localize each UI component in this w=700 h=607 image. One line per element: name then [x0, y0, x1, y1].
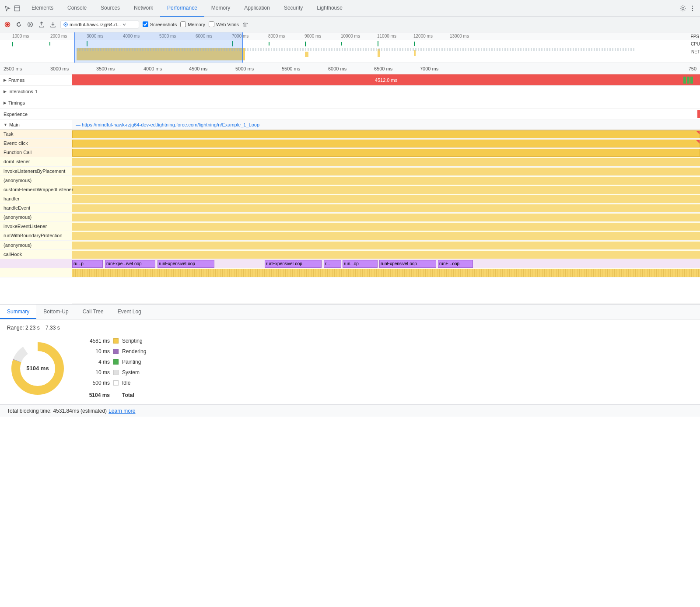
tick-8000: 8000 ms: [268, 34, 285, 39]
expensive-loop-label: [0, 259, 72, 268]
tab-summary[interactable]: Summary: [0, 305, 36, 319]
system-ms: 10 ms: [86, 369, 110, 375]
run-boundary-label: runWithBoundaryProtection: [0, 231, 72, 240]
clear-button[interactable]: [26, 21, 34, 28]
tab-memory[interactable]: Memory: [204, 0, 237, 17]
memory-checkbox[interactable]: Memory: [180, 21, 205, 27]
interactions-chevron[interactable]: ▶: [4, 89, 7, 94]
url-dropdown[interactable]: mindful-hawk-rzjg64-d...: [60, 21, 139, 28]
nav-settings: [676, 4, 700, 12]
total-label: Total: [122, 392, 134, 398]
handler-content: [72, 194, 700, 203]
donut-center-text: 5104 ms: [26, 365, 49, 372]
handler-row: handler: [0, 194, 700, 204]
record-stop-button[interactable]: [4, 21, 11, 28]
invoke-listeners-label: invokeListenersByPlacement: [0, 167, 72, 175]
tick-3500: 3500 ms: [96, 66, 115, 71]
frames-ms: 4512.0 ms: [72, 77, 700, 83]
total-ms: 5104 ms: [86, 392, 110, 398]
legend-rendering: 10 ms Rendering: [86, 348, 146, 354]
svg-point-4: [692, 7, 693, 8]
main-url-text: — https://mindful-hawk-rzjg64-dev-ed.lig…: [76, 122, 259, 127]
tab-event-log[interactable]: Event Log: [111, 305, 148, 319]
rendering-color: [113, 349, 119, 354]
inspect-icon[interactable]: [13, 4, 21, 12]
webvitals-checkbox[interactable]: Web Vitals: [209, 21, 239, 27]
timeline-overview[interactable]: 1000 ms 2000 ms 3000 ms 4000 ms 5000 ms …: [0, 32, 700, 63]
purple-bar-8: runE...oop: [438, 260, 473, 268]
interactions-label[interactable]: ▶ Interactions 1: [0, 86, 72, 97]
more-icon[interactable]: [689, 4, 696, 12]
tab-performance[interactable]: Performance: [160, 0, 204, 17]
timeline-main: 2500 ms 3000 ms 3500 ms 4000 ms 4500 ms …: [0, 63, 700, 304]
purple-bar-1: ru...p: [72, 260, 103, 268]
invoke-event-bar: [72, 223, 700, 231]
tab-network[interactable]: Network: [127, 0, 160, 17]
invoke-bar: [72, 168, 700, 175]
main-chevron[interactable]: ▼: [4, 123, 7, 127]
idle-ms: 500 ms: [86, 380, 110, 386]
reload-record-button[interactable]: [15, 21, 23, 28]
selection-overlay[interactable]: [74, 32, 243, 63]
tab-application[interactable]: Application: [237, 0, 277, 17]
svg-point-5: [692, 10, 693, 11]
svg-point-3: [692, 5, 693, 6]
handle-event-label: handleEvent: [0, 204, 72, 212]
task-label: Task: [0, 130, 72, 138]
tab-security[interactable]: Security: [277, 0, 310, 17]
tick-6000: 6000 ms: [328, 66, 346, 71]
custom-bar: [72, 186, 700, 194]
experience-track: Experience: [0, 109, 700, 120]
invoke-content: [72, 167, 700, 175]
system-color: [113, 370, 119, 375]
settings-icon[interactable]: [679, 4, 687, 12]
timings-chevron[interactable]: ▶: [4, 101, 7, 105]
frames-content: 4512.0 ms: [72, 74, 700, 85]
idle-label: Idle: [122, 380, 130, 386]
anon1-label: (anonymous): [0, 176, 72, 185]
dom-listener-label: domListener: [0, 157, 72, 166]
tab-sources[interactable]: Sources: [94, 0, 127, 17]
upload-button[interactable]: [38, 21, 46, 28]
func-content: [72, 148, 700, 157]
svg-point-12: [65, 24, 66, 25]
tab-lighthouse[interactable]: Lighthouse: [310, 0, 350, 17]
learn-more-link[interactable]: Learn more: [108, 408, 135, 414]
cursor-icon[interactable]: [4, 4, 11, 12]
run-boundary-bar: [72, 232, 700, 240]
run-boundary-content: [72, 231, 700, 240]
frames-chevron[interactable]: ▶: [4, 78, 7, 82]
anonymous1-row: (anonymous): [0, 176, 700, 185]
system-label: System: [122, 369, 140, 375]
anon1-content: [72, 176, 700, 185]
invoke-event-content: [72, 222, 700, 231]
tab-call-tree[interactable]: Call Tree: [76, 305, 111, 319]
handle-event-row: handleEvent: [0, 204, 700, 213]
frames-label[interactable]: ▶ Frames: [0, 74, 72, 85]
tick-5500: 5500 ms: [282, 66, 300, 71]
legend-total: 5104 ms Total: [86, 392, 146, 398]
timings-label[interactable]: ▶ Timings: [0, 97, 72, 108]
dense-label: [0, 268, 72, 277]
screenshots-checkbox[interactable]: Screenshots: [143, 21, 177, 27]
svg-rect-0: [14, 6, 20, 11]
main-label[interactable]: ▼ Main: [0, 120, 72, 129]
tick-2000: 2000 ms: [50, 34, 67, 39]
tab-bottom-up[interactable]: Bottom-Up: [36, 305, 75, 319]
tab-console[interactable]: Console: [60, 0, 94, 17]
main-url-area: — https://mindful-hawk-rzjg64-dev-ed.lig…: [72, 122, 700, 127]
download-button[interactable]: [49, 21, 57, 28]
range-text: Range: 2.23 s – 7.33 s: [7, 325, 693, 331]
expensive-loop-row: ru...p runExpe...iveLoop runExpensiveLoo…: [0, 259, 700, 268]
devtools-nav-bar: Elements Console Sources Network Perform…: [0, 0, 700, 17]
tick-12000: 12000 ms: [413, 34, 433, 39]
event-red-marker: [696, 140, 700, 144]
legend: 4581 ms Scripting 10 ms Rendering 4 ms P…: [86, 338, 146, 398]
tick-9000: 9000 ms: [304, 34, 321, 39]
purple-bar-5: r...: [324, 260, 341, 268]
tab-elements[interactable]: Elements: [24, 0, 60, 17]
experience-content: [72, 109, 700, 119]
delete-recording-button[interactable]: 🗑: [242, 21, 248, 28]
call-hook-content: [72, 250, 700, 259]
svg-point-7: [6, 23, 9, 26]
